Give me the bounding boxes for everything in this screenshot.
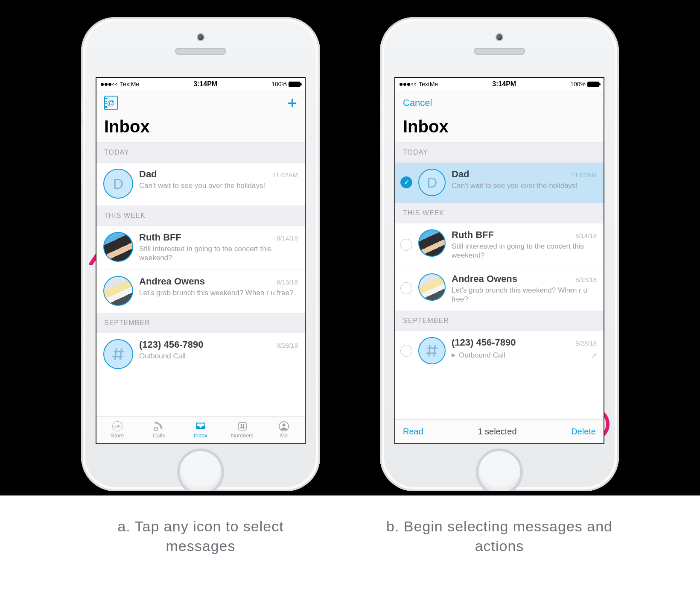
convo-andrea[interactable]: Andrea Owens 8/13/18 Let's grab brunch t… xyxy=(96,270,305,313)
selected-count: 1 selected xyxy=(478,427,516,437)
tab-me[interactable]: Me xyxy=(263,416,305,443)
battery-icon xyxy=(289,82,300,87)
convo-outbound-call[interactable]: (123) 456-7890 9/28/18 ▶ Outbound Call ↑ xyxy=(395,331,604,371)
svg-line-9 xyxy=(243,424,244,429)
volume-up xyxy=(380,124,382,150)
select-checkbox[interactable] xyxy=(400,239,412,251)
page-title: Inbox xyxy=(395,115,604,143)
convo-preview: Let's grab brunch this weekend? When r u… xyxy=(452,286,597,304)
avatar-dad[interactable]: D xyxy=(103,169,133,199)
battery-pct: 100% xyxy=(271,81,287,88)
avatar-call[interactable] xyxy=(103,339,133,369)
play-icon: ▶ xyxy=(452,352,455,358)
front-camera xyxy=(496,33,503,41)
caption-a: a. Tap any icon to select messages xyxy=(81,495,320,598)
outbound-arrow-icon: ↑ xyxy=(589,349,600,361)
page-title: Inbox xyxy=(96,115,305,143)
convo-outbound-call[interactable]: (123) 456-7890 9/28/18 Outbound Call xyxy=(96,333,305,369)
section-today: TODAY xyxy=(96,143,305,163)
tab-label: Numbers xyxy=(231,432,254,439)
convo-time: 8/13/18 xyxy=(575,276,597,283)
tab-label: Store xyxy=(111,432,124,439)
delete-button[interactable]: Delete xyxy=(571,427,596,437)
battery-icon xyxy=(587,82,599,87)
profile-icon xyxy=(278,421,290,431)
convo-preview: Outbound Call xyxy=(139,352,186,360)
cancel-button[interactable]: Cancel xyxy=(403,97,432,108)
select-checkbox[interactable] xyxy=(400,282,412,294)
select-checkbox[interactable] xyxy=(400,176,412,188)
nav-bar: @ + xyxy=(96,91,305,115)
home-button[interactable] xyxy=(476,448,523,491)
home-button[interactable] xyxy=(177,448,224,491)
convo-name: Ruth BFF xyxy=(139,232,181,243)
screen-b: TextMe 3:14PM 100% Cancel Inbox TODAY D xyxy=(394,77,604,444)
convo-name: (123) 456-7890 xyxy=(452,337,516,348)
svg-line-15 xyxy=(434,345,435,357)
avatar-andrea[interactable] xyxy=(103,276,133,306)
convo-dad[interactable]: D Dad 11:02AM Can't wait to see you over… xyxy=(96,163,305,206)
tab-bar: 14K Store Calls xyxy=(96,416,305,443)
front-camera xyxy=(197,33,204,41)
inbox-list[interactable]: TODAY D Dad 11:02AM Can't wait to see yo… xyxy=(96,143,305,416)
screen-a: TextMe 3:14PM 100% @ + Inbox TODAY xyxy=(96,77,306,444)
convo-preview: Can't wait to see you over the holidays! xyxy=(452,181,597,190)
section-today: TODAY xyxy=(395,143,604,163)
avatar-andrea[interactable] xyxy=(418,273,446,301)
mute-switch xyxy=(380,98,382,114)
convo-time: 8/14/18 xyxy=(575,232,597,239)
edit-toolbar: Read 1 selected Delete xyxy=(395,419,604,443)
section-september: SEPTEMBER xyxy=(395,311,604,331)
convo-name: Andrea Owens xyxy=(452,273,517,284)
convo-name: Ruth BFF xyxy=(452,229,494,240)
inbox-icon xyxy=(195,421,207,431)
avatar-call[interactable] xyxy=(418,337,446,364)
tab-inbox[interactable]: Inbox xyxy=(180,416,222,443)
volume-down xyxy=(81,158,83,185)
status-time: 3:14PM xyxy=(139,80,271,88)
select-checkbox[interactable] xyxy=(400,345,412,357)
phone-icon xyxy=(153,421,165,431)
status-bar: TextMe 3:14PM 100% xyxy=(96,78,305,91)
section-this-week: THIS WEEK xyxy=(96,206,305,226)
avatar-dad[interactable]: D xyxy=(418,169,446,196)
convo-dad[interactable]: D Dad 11:02AM Can't wait to see you over… xyxy=(395,163,604,203)
status-bar: TextMe 3:14PM 100% xyxy=(395,78,604,91)
convo-preview: Still interested in going to the concert… xyxy=(452,242,597,260)
convo-preview: Can't wait to see you over the holidays! xyxy=(139,181,298,190)
contacts-button[interactable]: @ xyxy=(104,96,118,110)
earpiece xyxy=(175,48,226,55)
inbox-list-edit[interactable]: TODAY D Dad 11:02AM Can't wait to see yo… xyxy=(395,143,604,419)
device-b: TextMe 3:14PM 100% Cancel Inbox TODAY D xyxy=(380,17,619,491)
tab-numbers[interactable]: Numbers xyxy=(222,416,263,443)
power-button xyxy=(617,64,619,88)
convo-time: 8/14/18 xyxy=(277,235,298,242)
convo-name: Andrea Owens xyxy=(139,276,205,287)
nav-bar-edit: Cancel xyxy=(395,91,604,115)
hash-icon xyxy=(424,343,440,358)
status-time: 3:14PM xyxy=(438,80,570,88)
store-icon: 14K xyxy=(111,421,123,431)
tab-calls[interactable]: Calls xyxy=(138,416,180,443)
convo-time: 11:02AM xyxy=(571,171,597,179)
convo-ruth[interactable]: Ruth BFF 8/14/18 Still interested in goi… xyxy=(96,226,305,270)
mark-read-button[interactable]: Read xyxy=(403,427,423,437)
battery-pct: 100% xyxy=(570,81,586,88)
section-this-week: THIS WEEK xyxy=(395,203,604,223)
power-button xyxy=(318,64,320,88)
convo-andrea[interactable]: Andrea Owens 8/13/18 Let's grab brunch t… xyxy=(395,267,604,311)
convo-time: 9/28/18 xyxy=(575,340,597,347)
avatar-initial: D xyxy=(113,176,124,192)
tab-label: Calls xyxy=(153,432,165,439)
svg-line-3 xyxy=(120,348,122,360)
hash-icon xyxy=(111,346,126,362)
convo-ruth[interactable]: Ruth BFF 8/14/18 Still interested in goi… xyxy=(395,223,604,267)
carrier-label: TextMe xyxy=(120,81,139,88)
volume-up xyxy=(81,124,83,150)
tab-store[interactable]: 14K Store xyxy=(96,416,138,443)
avatar-ruth[interactable] xyxy=(103,232,133,262)
svg-rect-5 xyxy=(239,422,246,430)
tab-label: Me xyxy=(280,432,288,439)
convo-time: 11:02AM xyxy=(272,171,298,179)
avatar-ruth[interactable] xyxy=(418,229,446,257)
